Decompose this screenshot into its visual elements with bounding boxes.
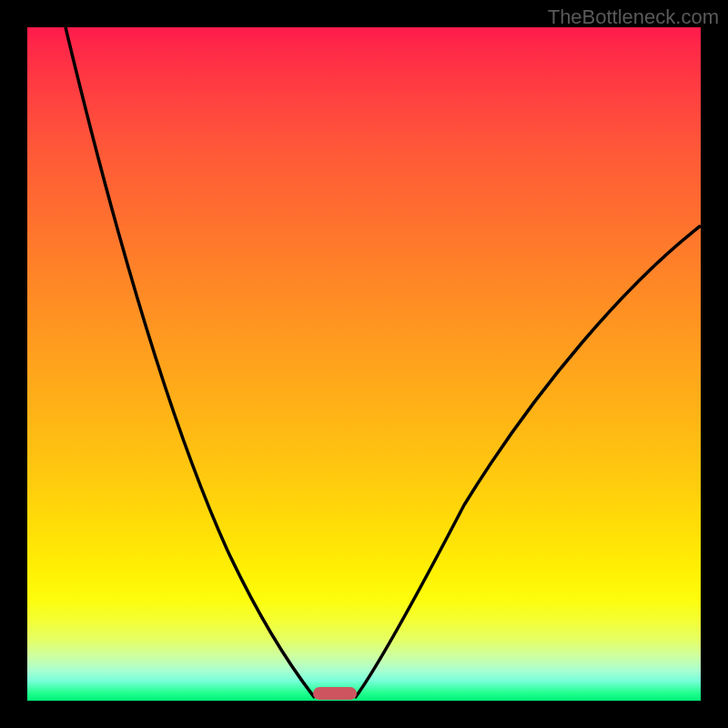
watermark-text: TheBottleneck.com (548, 5, 719, 29)
minimum-marker (313, 687, 357, 700)
curves-svg (27, 27, 701, 701)
right-curve (355, 226, 701, 698)
left-curve (66, 27, 315, 698)
plot-area (27, 27, 701, 701)
